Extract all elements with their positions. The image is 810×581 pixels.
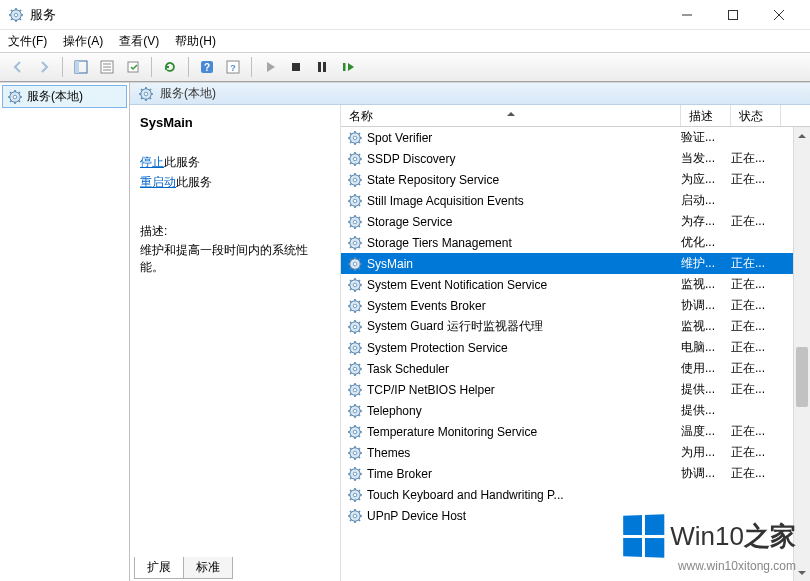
column-status[interactable]: 状态 xyxy=(731,105,781,126)
service-status: 正在... xyxy=(731,339,781,356)
service-desc: 当发... xyxy=(681,150,731,167)
service-name: Temperature Monitoring Service xyxy=(367,425,681,439)
window-title: 服务 xyxy=(30,6,664,24)
service-row[interactable]: Storage Tiers Management优化... xyxy=(341,232,810,253)
service-row[interactable]: System Events Broker协调...正在... xyxy=(341,295,810,316)
service-icon xyxy=(347,235,363,251)
svg-rect-26 xyxy=(318,62,321,72)
properties-button[interactable] xyxy=(95,55,119,79)
service-desc: 验证... xyxy=(681,129,731,146)
service-icon xyxy=(347,340,363,356)
service-name: TCP/IP NetBIOS Helper xyxy=(367,383,681,397)
service-row[interactable]: Spot Verifier验证... xyxy=(341,127,810,148)
help-button[interactable]: ? xyxy=(195,55,219,79)
svg-rect-28 xyxy=(343,63,346,71)
forward-button[interactable] xyxy=(32,55,56,79)
service-icon xyxy=(347,487,363,503)
windows-logo-icon xyxy=(623,514,664,558)
service-row[interactable]: System Event Notification Service监视...正在… xyxy=(341,274,810,295)
svg-rect-20 xyxy=(128,62,138,72)
service-desc: 维护... xyxy=(681,255,731,272)
service-status: 正在... xyxy=(731,444,781,461)
service-name: SSDP Discovery xyxy=(367,152,681,166)
service-row[interactable]: Temperature Monitoring Service温度...正在... xyxy=(341,421,810,442)
service-row[interactable]: TCP/IP NetBIOS Helper提供...正在... xyxy=(341,379,810,400)
service-desc: 温度... xyxy=(681,423,731,440)
service-desc: 协调... xyxy=(681,297,731,314)
scroll-thumb[interactable] xyxy=(796,347,808,407)
vertical-scrollbar[interactable] xyxy=(793,127,810,581)
list-header: 名称 描述 状态 xyxy=(341,105,810,127)
tab-extended[interactable]: 扩展 xyxy=(134,557,184,579)
pane-header-label: 服务(本地) xyxy=(160,85,216,102)
service-status: 正在... xyxy=(731,276,781,293)
service-status: 正在... xyxy=(731,150,781,167)
menu-action[interactable]: 操作(A) xyxy=(63,33,103,50)
back-button[interactable] xyxy=(6,55,30,79)
service-icon xyxy=(347,403,363,419)
maximize-button[interactable] xyxy=(710,0,756,30)
service-list: 名称 描述 状态 Spot Verifier验证...SSDP Discover… xyxy=(340,105,810,581)
watermark-brand: Win10之家 xyxy=(670,519,796,554)
service-row[interactable]: Touch Keyboard and Handwriting P... xyxy=(341,484,810,505)
title-bar: 服务 xyxy=(0,0,810,30)
minimize-button[interactable] xyxy=(664,0,710,30)
show-hide-tree-button[interactable] xyxy=(69,55,93,79)
menu-help[interactable]: 帮助(H) xyxy=(175,33,216,50)
service-name: System Events Broker xyxy=(367,299,681,313)
menu-view[interactable]: 查看(V) xyxy=(119,33,159,50)
service-row[interactable]: Still Image Acquisition Events启动... xyxy=(341,190,810,211)
tree-root-item[interactable]: 服务(本地) xyxy=(2,85,127,108)
service-icon xyxy=(347,172,363,188)
service-row[interactable]: Task Scheduler使用...正在... xyxy=(341,358,810,379)
service-row[interactable]: System Guard 运行时监视器代理监视...正在... xyxy=(341,316,810,337)
menu-file[interactable]: 文件(F) xyxy=(8,33,47,50)
service-row[interactable]: Storage Service为存...正在... xyxy=(341,211,810,232)
pause-service-button[interactable] xyxy=(310,55,334,79)
svg-rect-11 xyxy=(729,10,738,19)
watermark-url: www.win10xitong.com xyxy=(622,559,796,573)
service-row[interactable]: System Protection Service电脑...正在... xyxy=(341,337,810,358)
service-row[interactable]: SysMain维护...正在... xyxy=(341,253,810,274)
service-row[interactable]: Telephony提供... xyxy=(341,400,810,421)
service-icon xyxy=(347,319,363,335)
restart-service-button[interactable] xyxy=(336,55,360,79)
service-name: Spot Verifier xyxy=(367,131,681,145)
service-name: Storage Tiers Management xyxy=(367,236,681,250)
scroll-down-button[interactable] xyxy=(794,564,810,581)
svg-rect-15 xyxy=(75,61,79,73)
stop-link[interactable]: 停止 xyxy=(140,155,164,169)
restart-link[interactable]: 重启动 xyxy=(140,175,176,189)
app-icon xyxy=(8,7,24,23)
service-status: 正在... xyxy=(731,213,781,230)
detail-panel: SysMain 停止此服务 重启动此服务 描述: 维护和提高一段时间内的系统性能… xyxy=(130,105,340,581)
menu-bar: 文件(F) 操作(A) 查看(V) 帮助(H) xyxy=(0,30,810,52)
scroll-up-button[interactable] xyxy=(794,127,810,144)
description-label: 描述: xyxy=(140,223,330,240)
stop-service-button[interactable] xyxy=(284,55,308,79)
service-status: 正在... xyxy=(731,297,781,314)
service-name: Touch Keyboard and Handwriting P... xyxy=(367,488,681,502)
service-row[interactable]: State Repository Service为应...正在... xyxy=(341,169,810,190)
service-desc: 提供... xyxy=(681,402,731,419)
service-row[interactable]: Themes为用...正在... xyxy=(341,442,810,463)
refresh-button[interactable] xyxy=(158,55,182,79)
service-status: 正在... xyxy=(731,423,781,440)
export-button[interactable] xyxy=(121,55,145,79)
service-icon xyxy=(347,298,363,314)
svg-rect-25 xyxy=(292,63,300,71)
service-desc: 监视... xyxy=(681,276,731,293)
column-description[interactable]: 描述 xyxy=(681,105,731,126)
svg-text:?: ? xyxy=(230,63,236,73)
service-icon xyxy=(347,193,363,209)
start-service-button[interactable] xyxy=(258,55,282,79)
close-button[interactable] xyxy=(756,0,802,30)
tab-standard[interactable]: 标准 xyxy=(183,557,233,579)
service-status: 正在... xyxy=(731,465,781,482)
help2-button[interactable]: ? xyxy=(221,55,245,79)
column-name[interactable]: 名称 xyxy=(341,105,681,126)
service-row[interactable]: Time Broker协调...正在... xyxy=(341,463,810,484)
service-row[interactable]: SSDP Discovery当发...正在... xyxy=(341,148,810,169)
selected-service-name: SysMain xyxy=(140,115,330,130)
service-name: Time Broker xyxy=(367,467,681,481)
